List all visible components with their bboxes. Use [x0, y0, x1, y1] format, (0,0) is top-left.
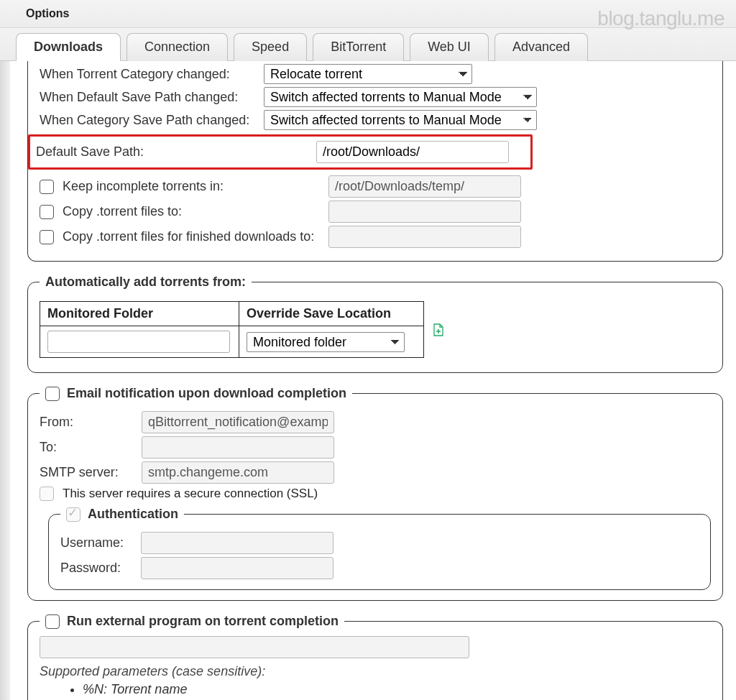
supported-params-note: Supported parameters (case sensitive): — [40, 664, 711, 679]
add-folder-icon[interactable] — [433, 323, 444, 336]
watermark-text: blog.tanglu.me — [597, 7, 724, 30]
saving-management-group: When Torrent Category changed: Relocate … — [27, 61, 723, 262]
checkbox-email-notification[interactable] — [45, 387, 60, 401]
label-cat-path-changed: When Category Save Path changed: — [40, 113, 255, 128]
input-username — [141, 532, 334, 554]
input-password — [141, 557, 334, 579]
select-cat-path-changed[interactable]: Switch affected torrents to Manual Mode — [264, 110, 537, 130]
email-legend: Email notification upon download complet… — [67, 386, 346, 401]
checkbox-authentication — [66, 507, 80, 522]
window-title: Options — [26, 7, 69, 20]
select-torrent-cat-changed[interactable]: Relocate torrent — [264, 64, 472, 84]
col-monitored-folder: Monitored Folder — [40, 302, 239, 326]
input-keep-incomplete-path — [328, 175, 521, 198]
tab-webui[interactable]: Web UI — [410, 33, 489, 61]
label-torrent-cat-changed: When Torrent Category changed: — [40, 67, 255, 82]
auto-add-legend: Automatically add torrents from: — [40, 275, 252, 290]
auto-add-group: Automatically add torrents from: Monitor… — [27, 275, 723, 373]
checkbox-ssl — [40, 487, 54, 501]
external-program-group: Run external program on torrent completi… — [27, 614, 723, 700]
label-keep-incomplete: Keep incomplete torrents in: — [63, 179, 320, 194]
input-default-save-path[interactable] — [316, 141, 509, 163]
checkbox-copy-torrent[interactable] — [40, 205, 54, 219]
param-list: %N: Torrent name %L: Category — [83, 682, 711, 700]
auto-add-table: Monitored Folder Override Save Location … — [40, 301, 424, 358]
input-email-to — [142, 436, 334, 459]
tab-speed[interactable]: Speed — [234, 33, 307, 61]
input-smtp-server — [142, 461, 334, 484]
table-row: Monitored folder — [40, 326, 424, 358]
external-legend: Run external program on torrent completi… — [67, 614, 339, 629]
label-username: Username: — [60, 535, 132, 551]
checkbox-keep-incomplete[interactable] — [40, 180, 54, 194]
label-copy-torrent: Copy .torrent files to: — [63, 204, 320, 219]
label-smtp-server: SMTP server: — [40, 465, 133, 480]
auth-legend: Authentication — [88, 507, 178, 522]
input-email-from — [142, 411, 334, 433]
checkbox-copy-finished[interactable] — [40, 230, 54, 244]
label-password: Password: — [60, 561, 132, 576]
tab-bar: Downloads Connection Speed BitTorrent We… — [0, 28, 736, 61]
input-external-program — [40, 636, 469, 658]
tab-downloads[interactable]: Downloads — [16, 33, 121, 61]
email-group: Email notification upon download complet… — [27, 386, 723, 601]
label-email-to: To: — [40, 440, 133, 455]
label-default-path-changed: When Default Save Path changed: — [40, 90, 255, 105]
highlight-default-save-path: Default Save Path: — [28, 134, 533, 170]
col-override-location: Override Save Location — [239, 302, 424, 326]
select-override-location[interactable]: Monitored folder — [247, 332, 405, 352]
tab-bittorrent[interactable]: BitTorrent — [313, 33, 404, 61]
tab-advanced[interactable]: Advanced — [494, 33, 588, 61]
label-ssl: This server requires a secure connection… — [63, 487, 318, 501]
checkbox-run-external[interactable] — [45, 614, 60, 629]
input-monitored-folder[interactable] — [47, 331, 230, 353]
label-email-from: From: — [40, 415, 133, 430]
input-copy-torrent-path — [328, 201, 521, 223]
param-n: %N: Torrent name — [83, 682, 711, 697]
tab-connection[interactable]: Connection — [126, 33, 228, 61]
input-copy-finished-path — [328, 226, 521, 248]
authentication-group: Authentication Username: Password: — [48, 507, 711, 590]
select-default-path-changed[interactable]: Switch affected torrents to Manual Mode — [264, 87, 537, 107]
label-copy-finished: Copy .torrent files for finished downloa… — [63, 229, 320, 244]
label-default-save-path: Default Save Path: — [36, 144, 308, 160]
